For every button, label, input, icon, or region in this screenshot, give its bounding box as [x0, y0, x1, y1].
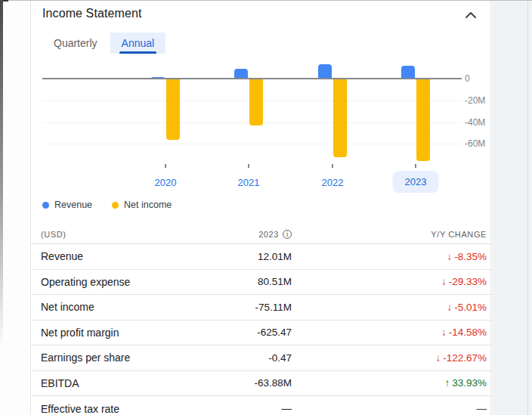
row-yy-change: —: [292, 403, 487, 414]
legend-label: Net income: [124, 200, 172, 210]
legend-label: Revenue: [54, 200, 92, 210]
row-label: Net income: [41, 301, 222, 313]
x-axis-tick: [415, 164, 416, 168]
x-axis-tick: [165, 164, 166, 168]
row-yy-change: ↓-14.58%: [292, 327, 487, 338]
row-yy-change: ↑33.93%: [292, 377, 487, 389]
table-row: Revenue12.01M↓-8.35%: [31, 244, 492, 270]
table-header-row: (USD) 2023 i Y/Y CHANGE: [31, 225, 492, 244]
arrow-down-icon: ↓: [441, 276, 447, 287]
period-tabs: Quarterly Annual: [45, 33, 165, 54]
arrow-down-icon: ↓: [441, 327, 447, 338]
row-label: Operating expense: [41, 276, 222, 288]
year-label-2020[interactable]: 2020: [155, 177, 177, 188]
page-title: Income Statement: [42, 7, 141, 20]
table-row: EBITDA-63.88M↑33.93%: [31, 371, 492, 397]
row-label: Net profit margin: [41, 327, 222, 339]
legend-dot-icon: [112, 202, 119, 209]
year-label-2021[interactable]: 2021: [238, 177, 260, 188]
row-yy-change: ↓-29.33%: [292, 276, 487, 287]
net-income-bar-2021[interactable]: [249, 79, 263, 125]
table-row: Earnings per share-0.47↓-122.67%: [31, 345, 492, 371]
row-yy-change: ↓-5.01%: [292, 302, 487, 313]
scrollbar-track-line: [527, 0, 528, 415]
revenue-bar-2021[interactable]: [234, 69, 248, 79]
net-income-bar-2020[interactable]: [166, 79, 180, 140]
info-icon[interactable]: i: [283, 230, 292, 239]
row-value: -63.88M: [222, 377, 292, 389]
table-row: Net profit margin-625.47↓-14.58%: [31, 321, 492, 346]
financials-table: (USD) 2023 i Y/Y CHANGE Revenue12.01M↓-8…: [31, 225, 492, 415]
table-row: Net income-75.11M↓-5.01%: [31, 295, 492, 321]
income-statement-bar-chart: 0-20M-40M-60M2020202120222023: [31, 57, 492, 197]
row-value: 80.51M: [222, 276, 292, 287]
column-header-currency: (USD): [41, 230, 222, 239]
table-row: Operating expense80.51M↓-29.33%: [31, 270, 492, 296]
table-row: Effective tax rate——: [31, 396, 492, 415]
arrow-down-icon: ↓: [435, 352, 441, 364]
row-label: Effective tax rate: [41, 403, 222, 415]
row-value: 12.01M: [222, 251, 292, 262]
row-yy-change: ↓-8.35%: [292, 251, 487, 262]
row-yy-change: ↓-122.67%: [292, 352, 487, 364]
income-statement-card: Income Statement Quarterly Annual 0-20M-…: [30, 1, 491, 415]
tab-quarterly[interactable]: Quarterly: [45, 33, 107, 54]
row-value: -0.47: [222, 352, 292, 364]
chevron-up-icon: [466, 9, 476, 20]
row-label: Earnings per share: [41, 352, 222, 364]
revenue-bar-2022[interactable]: [318, 64, 332, 79]
page-background-gutter: [492, 1, 532, 415]
row-value: -625.47: [222, 327, 292, 338]
row-label: Revenue: [41, 250, 222, 262]
y-axis-tick-label: -20M: [465, 95, 492, 106]
column-header-yy-change: Y/Y CHANGE: [292, 230, 487, 239]
legend-dot-icon: [42, 202, 49, 209]
row-value: -75.11M: [222, 302, 292, 313]
year-label-2022[interactable]: 2022: [322, 177, 344, 188]
y-axis-tick-label: 0: [465, 73, 492, 84]
y-axis-tick-label: -40M: [465, 117, 492, 128]
revenue-bar-2023[interactable]: [401, 66, 415, 79]
arrow-down-icon: ↓: [447, 251, 452, 262]
tab-annual[interactable]: Annual: [110, 33, 166, 54]
gridline: [42, 144, 462, 144]
x-axis-tick: [248, 164, 249, 168]
legend-item-net-income: Net income: [112, 200, 172, 210]
legend-item-revenue: Revenue: [42, 200, 92, 210]
x-axis-zero-line: [42, 78, 462, 79]
arrow-up-icon: ↑: [444, 377, 450, 389]
table-body: Revenue12.01M↓-8.35%Operating expense80.…: [31, 244, 492, 415]
card-header: Income Statement: [31, 1, 490, 28]
collapse-section-button[interactable]: [462, 5, 480, 23]
y-axis-tick-label: -60M: [465, 138, 492, 149]
arrow-down-icon: ↓: [447, 302, 452, 313]
x-axis-tick: [332, 164, 333, 168]
net-income-bar-2022[interactable]: [333, 79, 347, 157]
net-income-bar-2023[interactable]: [416, 79, 430, 161]
row-value: —: [222, 403, 292, 414]
year-label-2023[interactable]: 2023: [393, 171, 439, 193]
column-header-year: 2023 i: [222, 230, 292, 239]
row-label: EBITDA: [41, 377, 222, 389]
window-left-edge: [0, 0, 3, 348]
chart-legend: RevenueNet income: [42, 200, 191, 210]
